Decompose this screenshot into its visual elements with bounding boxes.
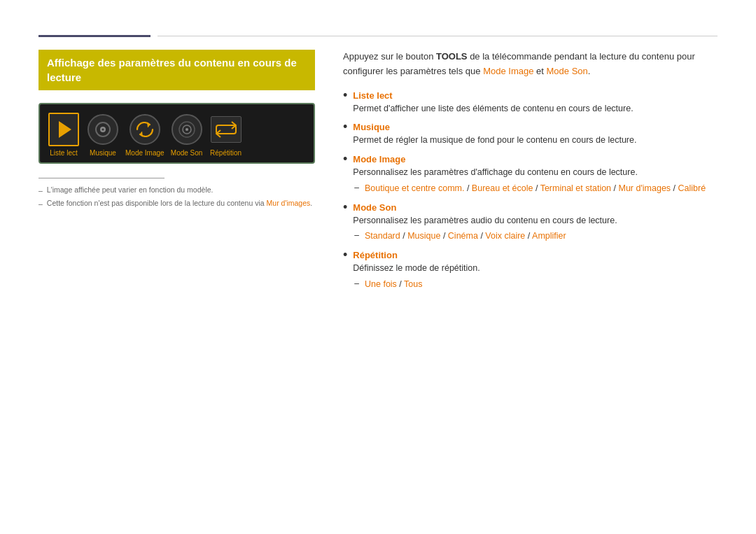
mode-son-content: Mode Son Personnalisez les paramètres au… (353, 202, 718, 244)
liste-lect-content: Liste lect Permet d'afficher une liste d… (353, 90, 718, 115)
repetition-content: Répétition Définissez le mode de répétit… (353, 250, 718, 291)
mode-son-sub: – Standard / Musique / Cinéma / Voix cla… (354, 230, 718, 243)
mode-son-icon-wrapper (170, 113, 204, 146)
repetition-icon-wrapper (209, 113, 243, 146)
link-mur-images[interactable]: Mur d'images (618, 183, 671, 193)
device-item-mode-son: Mode Son (170, 113, 204, 157)
top-rules (38, 35, 718, 37)
mode-image-icon (130, 114, 160, 145)
list-item-mode-image: • Mode Image Personnalisez les paramètre… (343, 154, 718, 195)
rule-left (38, 35, 150, 37)
repetition-desc: Définissez le mode de répétition. (353, 262, 718, 275)
device-mockup: Liste lect Musique (38, 103, 315, 164)
svg-point-2 (102, 129, 104, 131)
repetition-icon (211, 116, 241, 143)
link-terminal[interactable]: Terminal et station (540, 183, 611, 193)
bullet-dot-5: • (343, 248, 347, 261)
musique-content: Musique Permet de régler la musique de f… (353, 122, 718, 147)
list-item-liste-lect: • Liste lect Permet d'afficher une liste… (343, 90, 718, 115)
mode-image-title: Mode Image (353, 154, 718, 164)
liste-lect-icon (48, 113, 79, 146)
section-title: Affichage des paramètres du contenu en c… (38, 50, 315, 90)
note-item-2: – Cette fonction n'est pas disponible lo… (38, 199, 315, 208)
mode-image-content: Mode Image Personnalisez les paramètres … (353, 154, 718, 195)
tools-label: TOOLS (436, 51, 468, 62)
mode-son-title: Mode Son (353, 202, 718, 213)
device-item-liste-lect: Liste lect (47, 113, 80, 157)
link-calibre[interactable]: Calibré (678, 183, 706, 193)
link-tous[interactable]: Tous (404, 279, 422, 289)
content-layout: Affichage des paramètres du contenu en c… (38, 50, 718, 298)
mode-image-icon-wrapper (128, 113, 162, 146)
sub-dash-mode-son: – (354, 230, 359, 240)
bullet-dot-2: • (343, 120, 347, 133)
sub-dash-repetition: – (354, 279, 359, 288)
link-cinema[interactable]: Cinéma (448, 231, 478, 241)
device-item-repetition: Répétition (209, 113, 243, 157)
musique-desc: Permet de régler la musique de fond pour… (353, 134, 718, 147)
note-item-1: – L'image affichée peut varier en foncti… (38, 185, 315, 195)
mode-image-intro-link[interactable]: Mode Image (483, 66, 533, 76)
notes-divider (38, 178, 164, 178)
svg-rect-6 (216, 125, 236, 134)
note-text-2: Cette fonction n'est pas disponible lors… (47, 199, 312, 207)
link-voix-claire[interactable]: Voix claire (485, 231, 525, 241)
list-item-mode-son: • Mode Son Personnalisez les paramètres … (343, 202, 718, 244)
mur-images-link-note[interactable]: Mur d'images (267, 199, 311, 207)
repetition-sub: – Une fois / Tous (354, 278, 718, 291)
liste-lect-title: Liste lect (353, 90, 718, 101)
liste-lect-desc: Permet d'afficher une liste des éléments… (353, 102, 718, 115)
mode-son-label: Mode Son (171, 149, 203, 157)
intro-text: Appuyez sur le bouton TOOLS de la téléco… (343, 50, 718, 79)
feature-list: • Liste lect Permet d'afficher une liste… (343, 90, 718, 291)
musique-icon (88, 114, 118, 145)
device-item-musique: Musique (86, 113, 120, 157)
right-column: Appuyez sur le bouton TOOLS de la téléco… (343, 50, 718, 298)
link-une-fois[interactable]: Une fois (365, 279, 397, 289)
link-standard[interactable]: Standard (365, 231, 400, 241)
repetition-title: Répétition (353, 250, 718, 260)
note-text-1: L'image affichée peut varier en fonction… (47, 185, 214, 194)
mode-son-links: Standard / Musique / Cinéma / Voix clair… (365, 230, 566, 243)
mode-image-desc: Personnalisez les paramètres d'affichage… (353, 166, 718, 179)
note-dash-2: – (38, 199, 43, 208)
link-bureau[interactable]: Bureau et école (472, 183, 533, 193)
link-musique-son[interactable]: Musique (407, 231, 440, 241)
notes-section: – L'image affichée peut varier en foncti… (38, 178, 315, 208)
mode-son-icon (172, 114, 202, 145)
mode-image-label: Mode Image (125, 149, 164, 157)
mode-son-intro-link[interactable]: Mode Son (547, 66, 588, 76)
liste-lect-label: Liste lect (50, 149, 77, 157)
note-dash-1: – (38, 186, 43, 195)
repetition-links: Une fois / Tous (365, 278, 422, 291)
link-amplifier[interactable]: Amplifier (532, 231, 566, 241)
liste-lect-icon-wrapper (47, 113, 80, 146)
repetition-label: Répétition (210, 149, 241, 157)
left-column: Affichage des paramètres du contenu en c… (38, 50, 315, 298)
list-item-repetition: • Répétition Définissez le mode de répét… (343, 250, 718, 291)
svg-point-5 (186, 128, 188, 131)
rule-right (158, 36, 718, 36)
device-item-mode-image: Mode Image (125, 113, 164, 157)
bullet-dot-1: • (343, 89, 347, 101)
list-item-musique: • Musique Permet de régler la musique de… (343, 122, 718, 147)
musique-icon-wrapper (86, 113, 120, 146)
bullet-dot-3: • (343, 153, 347, 165)
musique-label: Musique (90, 149, 116, 157)
mode-image-links: Boutique et centre comm. / Bureau et éco… (365, 182, 706, 195)
musique-title: Musique (353, 122, 718, 132)
mode-son-desc: Personnalisez les paramètres audio du co… (353, 214, 718, 227)
bullet-dot-4: • (343, 201, 347, 213)
link-boutique[interactable]: Boutique et centre comm. (365, 183, 464, 193)
sub-dash-mode-image: – (354, 183, 359, 192)
mode-image-sub: – Boutique et centre comm. / Bureau et é… (354, 182, 718, 195)
